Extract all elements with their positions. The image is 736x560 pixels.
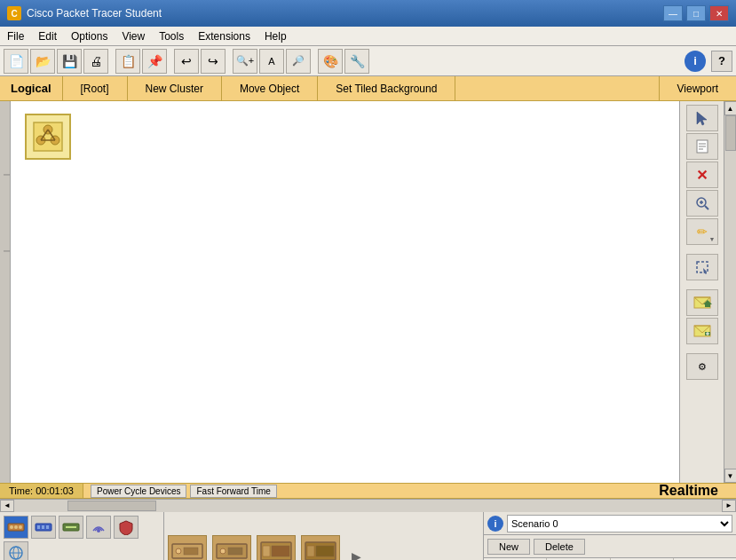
category-wan[interactable] <box>4 541 28 560</box>
cluster-icon[interactable] <box>25 114 71 160</box>
cluster-svg <box>32 121 64 153</box>
main-area: | | ✕ ✏ <box>0 101 736 483</box>
category-icons <box>0 512 163 560</box>
menu-tools[interactable]: Tools <box>152 28 191 44</box>
maximize-button[interactable]: □ <box>686 5 706 21</box>
scroll-track[interactable] <box>724 115 737 469</box>
svg-point-45 <box>220 548 226 554</box>
select-area-button[interactable] <box>686 254 718 280</box>
menu-edit[interactable]: Edit <box>31 28 64 44</box>
svg-point-30 <box>19 525 22 529</box>
delete-tool-button[interactable]: ✕ <box>686 162 718 188</box>
menu-view[interactable]: View <box>115 28 152 44</box>
note-tool-button[interactable] <box>686 133 718 160</box>
time-value: 00:01:03 <box>36 485 74 496</box>
device-list: 1841 1941 2620XM 2621XM ▶ <box>164 512 483 560</box>
category-security[interactable] <box>114 516 138 539</box>
time-label: Time: <box>9 485 33 496</box>
nav-logical[interactable]: Logical <box>0 76 63 100</box>
svg-marker-17 <box>703 268 707 274</box>
h-scroll-track[interactable] <box>14 500 722 512</box>
nav-viewport[interactable]: Viewport <box>659 76 736 100</box>
scenario-header: i Scenario 0 <box>484 512 736 535</box>
svg-point-37 <box>97 529 100 532</box>
send-pdu-button[interactable] <box>686 289 718 316</box>
category-routers[interactable] <box>4 516 28 539</box>
scenario-new-button[interactable]: New <box>487 539 530 555</box>
menu-options[interactable]: Options <box>64 28 115 44</box>
nav-move-object[interactable]: Move Object <box>222 76 318 100</box>
h-scroll-thumb[interactable] <box>67 501 156 511</box>
paste-button[interactable]: 📌 <box>142 49 167 74</box>
select-tool-button[interactable] <box>686 105 718 131</box>
category-hubs[interactable] <box>59 516 83 539</box>
scroll-up-arrow[interactable]: ▲ <box>724 101 737 115</box>
left-tick-mark: | <box>0 172 10 177</box>
svg-point-28 <box>10 525 13 529</box>
zoom-out-button[interactable]: 🔎 <box>286 49 311 74</box>
menu-help[interactable]: Help <box>257 28 294 44</box>
print-button[interactable]: 🖨 <box>83 49 108 74</box>
close-button[interactable]: ✕ <box>709 5 729 21</box>
category-wireless[interactable] <box>86 516 111 539</box>
extra-tool-button[interactable]: ⚙ <box>686 353 718 380</box>
svg-rect-51 <box>307 546 314 556</box>
scroll-left-arrow[interactable]: ◄ <box>0 500 14 512</box>
nav-new-cluster[interactable]: New Cluster <box>128 76 222 100</box>
copy-button[interactable]: 📋 <box>115 49 140 74</box>
svg-marker-7 <box>697 112 707 125</box>
time-section: Time: 00:01:03 <box>0 484 83 498</box>
vertical-scrollbar[interactable]: ▲ ▼ <box>724 101 736 483</box>
more-devices-arrow[interactable]: ▶ <box>345 549 367 561</box>
category-switches[interactable] <box>31 516 56 539</box>
scroll-right-arrow[interactable]: ► <box>722 500 736 512</box>
zoom-text-button[interactable]: A <box>259 49 284 74</box>
palette-button[interactable]: 🎨 <box>318 49 343 74</box>
svg-rect-34 <box>46 525 49 529</box>
draw-tool-button[interactable]: ✏ <box>686 218 718 245</box>
menu-file[interactable]: File <box>0 28 31 44</box>
menu-bar: File Edit Options View Tools Extensions … <box>0 27 736 46</box>
app-title: Cisco Packet Tracer Student <box>27 7 663 20</box>
zoom-tool-button[interactable] <box>686 190 718 217</box>
scroll-down-arrow[interactable]: ▼ <box>724 469 737 483</box>
svg-rect-43 <box>184 548 198 555</box>
send-pdu2-button[interactable] <box>686 318 718 344</box>
window-controls: — □ ✕ <box>663 5 729 21</box>
device-icon-1941[interactable] <box>212 535 251 561</box>
canvas[interactable] <box>11 101 679 483</box>
svg-rect-33 <box>42 525 44 529</box>
svg-rect-48 <box>263 546 270 556</box>
minimize-button[interactable]: — <box>663 5 683 21</box>
svg-rect-52 <box>316 546 334 556</box>
device-icon-2620xm[interactable] <box>257 535 296 561</box>
inspect-button[interactable]: 🔧 <box>344 49 369 74</box>
redo-button[interactable]: ↪ <box>201 49 226 74</box>
new-button[interactable]: 📄 <box>4 49 28 74</box>
title-bar: C Cisco Packet Tracer Student — □ ✕ <box>0 0 736 27</box>
info-button[interactable]: i <box>685 51 706 72</box>
scenario-delete-button[interactable]: Delete <box>534 539 585 555</box>
device-1841[interactable]: 1841 <box>168 535 207 561</box>
device-icon-2621xm[interactable] <box>301 535 340 561</box>
menu-extensions[interactable]: Extensions <box>191 28 257 44</box>
nav-root[interactable]: [Root] <box>63 76 128 100</box>
open-button[interactable]: 📂 <box>30 49 55 74</box>
horizontal-scrollbar[interactable]: ◄ ► <box>0 499 736 511</box>
scenario-select[interactable]: Scenario 0 <box>507 515 732 532</box>
power-cycle-button[interactable]: Power Cycle Devices <box>91 485 186 498</box>
save-button[interactable]: 💾 <box>57 49 82 74</box>
zoom-in-button[interactable]: 🔍+ <box>233 49 257 74</box>
device-1941[interactable]: 1941 <box>212 535 251 561</box>
control-buttons: Power Cycle Devices Fast Forward Time <box>83 485 284 498</box>
left-ruler: | | <box>0 101 11 483</box>
svg-rect-46 <box>228 548 242 555</box>
scroll-thumb[interactable] <box>725 115 736 151</box>
device-2620xm[interactable]: 2620XM <box>257 535 296 561</box>
undo-button[interactable]: ↩ <box>174 49 199 74</box>
fast-forward-button[interactable]: Fast Forward Time <box>190 485 276 498</box>
device-2621xm[interactable]: 2621XM <box>301 535 340 561</box>
nav-set-tiled-bg[interactable]: Set Tiled Background <box>318 76 455 100</box>
device-icon-1841[interactable] <box>168 535 207 561</box>
help-button[interactable]: ? <box>711 51 732 72</box>
